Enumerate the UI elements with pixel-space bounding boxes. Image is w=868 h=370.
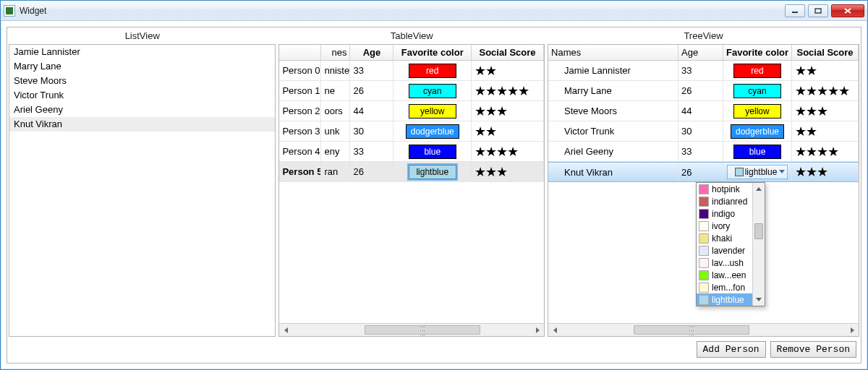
- list-item[interactable]: Ariel Geeny: [9, 103, 275, 117]
- tree-row[interactable]: Jamie Lannister33red★★: [548, 61, 859, 81]
- row-name-partial: ran: [321, 162, 350, 181]
- col-header-age[interactable]: Age: [678, 45, 723, 60]
- tree-row[interactable]: Knut Vikran26lightblue★★★: [548, 162, 859, 182]
- tableview-column-headers[interactable]: nes Age Favorite color Social Score: [279, 45, 544, 61]
- row-color-cell[interactable]: dodgerblue: [393, 121, 472, 141]
- color-swatch[interactable]: blue: [733, 145, 781, 159]
- remove-person-button[interactable]: Remove Person: [770, 341, 856, 358]
- row-stars: ★★★: [792, 101, 859, 121]
- scroll-up-button[interactable]: [753, 183, 765, 195]
- color-swatch-icon: [699, 270, 709, 280]
- row-name: Ariel Geeny: [548, 142, 678, 161]
- titlebar[interactable]: Widget: [1, 1, 867, 21]
- dropdown-vscrollbar[interactable]: [752, 183, 765, 306]
- color-swatch[interactable]: yellow: [409, 104, 456, 119]
- color-swatch[interactable]: blue: [409, 145, 456, 159]
- dropdown-option-label: lightblue: [712, 295, 744, 305]
- row-name: Victor Trunk: [548, 121, 678, 141]
- col-header-social[interactable]: Social Score: [472, 45, 544, 60]
- scroll-left-button[interactable]: [279, 324, 292, 336]
- hscroll-thumb[interactable]: [634, 325, 749, 335]
- row-color-cell[interactable]: yellow: [723, 101, 792, 121]
- row-age: 26: [350, 162, 393, 181]
- color-swatch-icon: [699, 184, 709, 194]
- treeview-panel[interactable]: Names Age Favorite color Social Score Ja…: [548, 44, 859, 337]
- col-header-age[interactable]: Age: [350, 45, 393, 60]
- tree-row[interactable]: Marry Lane26cyan★★★★★: [548, 81, 859, 101]
- row-stars: ★★: [792, 121, 859, 141]
- col-header-names[interactable]: Names: [548, 45, 678, 60]
- hscroll-thumb[interactable]: [365, 325, 480, 335]
- row-name-partial: unk: [321, 121, 350, 141]
- row-color-cell[interactable]: blue: [393, 142, 472, 161]
- color-swatch-icon: [699, 258, 709, 268]
- row-index: Person 5: [279, 162, 321, 181]
- color-dropdown[interactable]: hotpinkindianredindigoivorykhakilavender…: [696, 182, 765, 306]
- col-header-favorite[interactable]: Favorite color: [723, 45, 792, 60]
- dropdown-option-label: khaki: [712, 233, 732, 244]
- table-row[interactable]: Person 2oors44yellow★★★: [279, 101, 544, 121]
- row-color-cell[interactable]: cyan: [393, 81, 472, 100]
- color-swatch[interactable]: cyan: [733, 84, 781, 98]
- col-header-favorite[interactable]: Favorite color: [393, 45, 472, 60]
- row-color-cell[interactable]: red: [723, 61, 792, 80]
- table-row[interactable]: Person 1ne26cyan★★★★★: [279, 81, 544, 101]
- col-header-names[interactable]: nes: [321, 45, 350, 60]
- row-color-cell[interactable]: lightblue: [393, 162, 472, 181]
- tableview-panel[interactable]: nes Age Favorite color Social Score Pers…: [278, 44, 545, 337]
- list-item[interactable]: Marry Lane: [9, 59, 275, 74]
- minimize-button[interactable]: [785, 4, 805, 17]
- row-stars: ★★: [472, 121, 544, 141]
- row-color-cell[interactable]: dodgerblue: [723, 121, 792, 141]
- color-swatch[interactable]: yellow: [733, 104, 781, 119]
- list-item[interactable]: Steve Moors: [9, 74, 275, 88]
- dropdown-option-label: lav...ush: [712, 258, 744, 268]
- tree-row[interactable]: Victor Trunk30dodgerblue★★: [548, 121, 859, 142]
- scroll-right-button[interactable]: [531, 324, 544, 336]
- close-button[interactable]: [831, 4, 864, 17]
- table-row[interactable]: Person 5ran26lightblue★★★: [279, 162, 544, 182]
- list-item[interactable]: Knut Vikran: [9, 117, 275, 132]
- row-color-cell[interactable]: yellow: [393, 101, 472, 121]
- row-name-partial: nnister: [321, 61, 350, 80]
- row-stars: ★★★: [472, 101, 544, 121]
- color-swatch[interactable]: dodgerblue: [731, 124, 784, 139]
- vscroll-thumb[interactable]: [754, 223, 763, 239]
- color-combobox[interactable]: lightblue: [727, 165, 788, 179]
- row-color-cell[interactable]: cyan: [723, 81, 792, 100]
- tree-row[interactable]: Ariel Geeny33blue★★★★: [548, 142, 859, 162]
- listview-header: ListView: [9, 29, 276, 44]
- row-color-cell[interactable]: blue: [723, 142, 792, 161]
- table-row[interactable]: Person 0nnister33red★★: [279, 61, 544, 81]
- row-color-cell[interactable]: lightblue: [723, 163, 792, 181]
- row-index: Person 2: [279, 101, 321, 121]
- tree-row[interactable]: Steve Moors44yellow★★★: [548, 101, 859, 121]
- treeview-column-headers[interactable]: Names Age Favorite color Social Score: [548, 45, 859, 61]
- scroll-down-button[interactable]: [753, 293, 765, 306]
- row-name: Marry Lane: [548, 81, 678, 100]
- color-swatch[interactable]: red: [409, 64, 456, 78]
- table-row[interactable]: Person 3unk30dodgerblue★★: [279, 121, 544, 142]
- col-header-index[interactable]: [279, 45, 321, 60]
- table-row[interactable]: Person 4eny33blue★★★★: [279, 142, 544, 162]
- maximize-button[interactable]: [808, 4, 828, 17]
- scroll-right-button[interactable]: [846, 324, 859, 336]
- scroll-left-button[interactable]: [548, 324, 561, 336]
- add-person-button[interactable]: Add Person: [697, 341, 766, 358]
- color-swatch[interactable]: cyan: [409, 84, 456, 98]
- treeview-header: TreeView: [548, 29, 859, 44]
- app-icon: [4, 5, 15, 17]
- list-item[interactable]: Victor Trunk: [9, 88, 275, 103]
- color-swatch[interactable]: lightblue: [409, 165, 456, 179]
- row-index: Person 0: [279, 61, 321, 80]
- col-header-social[interactable]: Social Score: [792, 45, 859, 60]
- listview-panel[interactable]: Jamie LannisterMarry LaneSteve MoorsVict…: [9, 44, 276, 337]
- color-swatch[interactable]: dodgerblue: [406, 124, 459, 139]
- dropdown-option-label: indianred: [712, 197, 747, 207]
- color-swatch[interactable]: red: [733, 64, 781, 78]
- treeview-hscrollbar[interactable]: [548, 323, 859, 336]
- list-item[interactable]: Jamie Lannister: [9, 45, 275, 59]
- color-swatch-icon: [699, 197, 709, 207]
- tableview-hscrollbar[interactable]: [279, 323, 544, 336]
- row-color-cell[interactable]: red: [393, 61, 472, 80]
